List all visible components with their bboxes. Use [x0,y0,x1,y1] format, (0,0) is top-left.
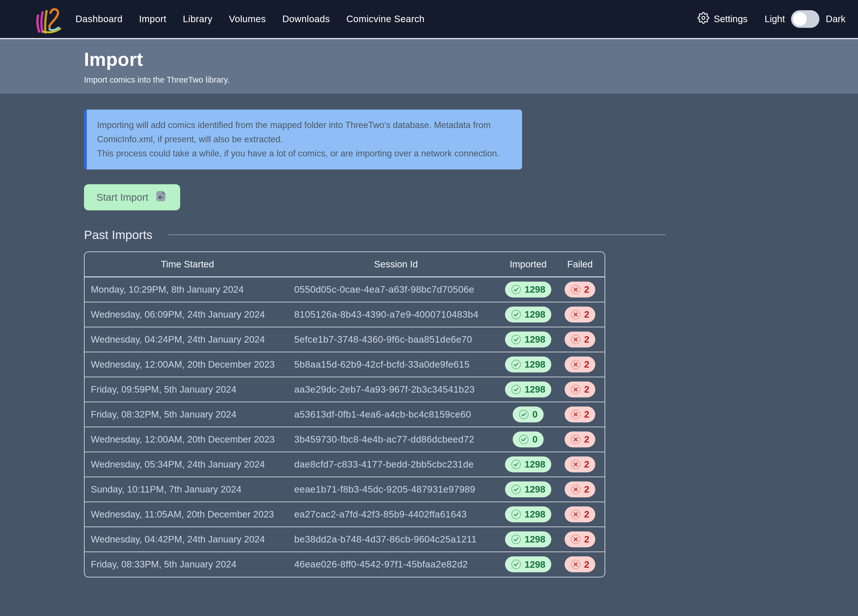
failed-cell: 2 [555,502,605,527]
failed-badge: 2 [564,406,595,422]
settings-button[interactable]: Settings [698,12,748,26]
imported-badge: 1298 [505,506,551,522]
nav-item-comicvine-search[interactable]: Comicvine Search [347,14,425,25]
nav-item-library[interactable]: Library [183,14,212,25]
failed-count: 2 [584,435,589,444]
imported-cell: 1298 [502,452,555,477]
imported-count: 1298 [525,360,546,369]
failed-count: 2 [584,385,589,394]
table-row[interactable]: Sunday, 10:11PM, 7th January 2024 eeae1b… [85,477,605,502]
imported-cell: 1298 [502,277,555,302]
navbar: Dashboard Import Library Volumes Downloa… [0,0,858,39]
table-row[interactable]: Friday, 09:59PM, 5th January 2024 aa3e29… [85,377,605,402]
session-id-cell: 3b459730-fbc8-4e4b-ac77-dd86dcbeed72 [290,427,502,452]
x-circle-icon [570,285,581,295]
check-circle-icon [511,285,521,295]
x-circle-icon [570,384,581,395]
start-import-label: Start Import [96,191,148,203]
failed-badge: 2 [564,556,595,572]
session-id-cell: 8105126a-8b43-4390-a7e9-4000710483b4 [290,302,502,327]
table-header-row: Time Started Session Id Imported Failed [85,252,605,277]
table-row[interactable]: Wednesday, 04:24PM, 24th January 2024 5e… [85,327,605,352]
failed-badge: 2 [564,306,595,322]
failed-count: 2 [584,460,589,469]
imported-cell: 1298 [502,302,555,327]
x-circle-icon [570,334,581,345]
time-started-cell: Friday, 08:32PM, 5th January 2024 [85,402,290,427]
table-row[interactable]: Friday, 08:32PM, 5th January 2024 a53613… [85,402,605,427]
table-row[interactable]: Monday, 10:29PM, 8th January 2024 0550d0… [85,277,605,302]
check-circle-icon [511,484,521,495]
table-row[interactable]: Wednesday, 11:05AM, 20th December 2023 e… [85,502,605,527]
theme-toggle[interactable] [791,10,819,28]
theme-light-label: Light [765,14,785,25]
imported-cell: 1298 [502,327,555,352]
nav-item-downloads[interactable]: Downloads [282,14,330,25]
failed-count: 2 [584,410,589,419]
time-started-cell: Wednesday, 04:42PM, 24th January 2024 [85,527,290,552]
imported-cell: 0 [502,427,555,452]
nav-item-volumes[interactable]: Volumes [229,14,266,25]
check-circle-icon [511,559,521,569]
failed-cell: 2 [555,327,605,352]
failed-count: 2 [584,335,589,344]
failed-count: 2 [584,510,589,519]
failed-badge: 2 [564,506,595,522]
imported-count: 0 [532,435,537,444]
failed-badge: 2 [564,431,595,447]
table-row[interactable]: Wednesday, 12:00AM, 20th December 2023 5… [85,352,605,377]
x-circle-icon [570,434,581,445]
check-circle-icon [519,434,529,445]
failed-badge: 2 [564,331,595,347]
time-started-cell: Friday, 08:33PM, 5th January 2024 [85,552,290,577]
time-started-cell: Wednesday, 06:09PM, 24th January 2024 [85,302,290,327]
start-import-button[interactable]: Start Import [84,184,180,210]
x-circle-icon [570,310,581,320]
nav-item-import[interactable]: Import [139,14,166,25]
failed-cell: 2 [555,377,605,402]
past-imports-heading: Past Imports [84,228,152,242]
imported-badge: 1298 [505,456,551,472]
settings-label: Settings [714,14,748,25]
toggle-knob [793,12,807,26]
table-row[interactable]: Wednesday, 05:34PM, 24th January 2024 da… [85,452,605,477]
import-info-box: Importing will add comics identified fro… [84,110,522,170]
failed-badge: 2 [564,531,595,547]
x-circle-icon [570,534,581,544]
imported-count: 0 [532,410,537,419]
imported-cell: 1298 [502,352,555,377]
x-circle-icon [570,559,581,569]
file-import-icon [154,189,168,205]
time-started-cell: Wednesday, 05:34PM, 24th January 2024 [85,452,290,477]
theme-dark-label: Dark [825,14,846,25]
x-circle-icon [570,459,581,470]
main-content: Importing will add comics identified fro… [0,94,858,577]
nav-items: Dashboard Import Library Volumes Downloa… [76,14,424,25]
column-header-imported: Imported [502,252,555,277]
session-id-cell: 46eae026-8ff0-4542-97f1-45bfaa2e82d2 [290,552,502,577]
table-row[interactable]: Wednesday, 04:42PM, 24th January 2024 be… [85,527,605,552]
threetwo-logo[interactable] [35,3,62,35]
check-circle-icon [511,509,521,520]
imported-count: 1298 [525,285,546,294]
failed-cell: 2 [555,352,605,377]
session-id-cell: dae8cfd7-c833-4177-bedd-2bb5cbc231de [290,452,502,477]
session-id-cell: aa3e29dc-2eb7-4a93-967f-2b3c34541b23 [290,377,502,402]
table-row[interactable]: Friday, 08:33PM, 5th January 2024 46eae0… [85,552,605,577]
gear-icon [698,12,709,26]
time-started-cell: Wednesday, 12:00AM, 20th December 2023 [85,352,290,377]
imported-cell: 1298 [502,377,555,402]
check-circle-icon [511,384,521,395]
past-imports-section: Past Imports Time Started Session Id Imp… [84,228,666,577]
check-circle-icon [511,534,521,544]
column-header-time-started: Time Started [85,252,290,277]
table-row[interactable]: Wednesday, 06:09PM, 24th January 2024 81… [85,302,605,327]
imported-cell: 1298 [502,527,555,552]
failed-cell: 2 [555,452,605,477]
nav-item-dashboard[interactable]: Dashboard [76,14,123,25]
failed-badge: 2 [564,456,595,472]
column-header-session-id: Session Id [290,252,502,277]
navbar-right: Settings Light Dark [698,10,846,28]
table-row[interactable]: Wednesday, 12:00AM, 20th December 2023 3… [85,427,605,452]
imported-badge: 0 [513,406,543,422]
